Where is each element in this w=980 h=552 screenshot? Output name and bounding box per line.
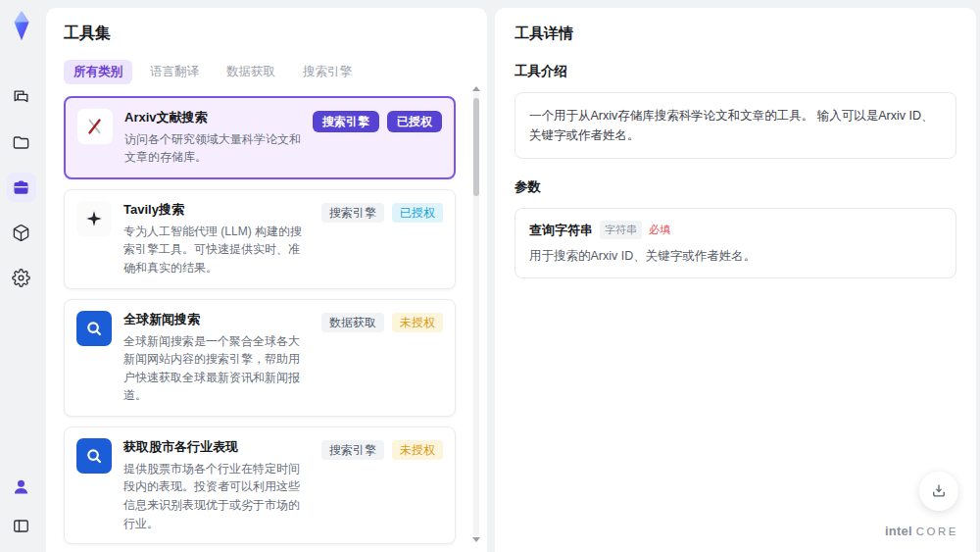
folder-icon[interactable] — [7, 127, 36, 157]
intro-heading: 工具介绍 — [514, 63, 956, 80]
auth-status-badge: 已授权 — [392, 203, 443, 223]
toolbox-icon[interactable] — [7, 173, 36, 202]
category-tabs: 所有类别 语言翻译 数据获取 搜索引擎 — [64, 60, 469, 84]
scroll-down-arrow-icon[interactable] — [472, 537, 480, 542]
panel-toggle-icon[interactable] — [7, 511, 36, 540]
brand-word: intel — [885, 524, 912, 538]
tab-search-engine[interactable]: 搜索引擎 — [293, 60, 362, 84]
param-type-chip: 字符串 — [600, 221, 642, 239]
arxiv-logo-icon — [77, 109, 113, 144]
auth-status-badge: 已授权 — [387, 111, 442, 132]
intel-core-logo: intel core — [885, 524, 958, 538]
tool-card-sector-performance[interactable]: 获取股市各行业表现 提供股票市场各个行业在特定时间段内的表现。投资者可以利用这些… — [64, 427, 456, 544]
tab-language-translation[interactable]: 语言翻译 — [140, 60, 209, 84]
tool-list: Arxiv文献搜索 访问各个研究领域大量科学论文和文章的存储库。 搜索引擎 已授… — [64, 96, 469, 552]
tool-card-global-news[interactable]: 全球新闻搜索 全球新闻搜索是一个聚合全球各大新闻网站内容的搜索引擎，帮助用户快速… — [64, 299, 456, 417]
tool-description: 全球新闻搜索是一个聚合全球各大新闻网站内容的搜索引擎，帮助用户快速获取全球最新资… — [123, 332, 310, 405]
tool-description: 提供股票市场各个行业在特定时间段内的表现。投资者可以利用这些信息来识别表现优于或… — [123, 460, 310, 532]
auth-status-badge: 未授权 — [392, 440, 443, 460]
category-badge: 搜索引擎 — [313, 111, 379, 132]
app-logo-icon[interactable] — [7, 10, 36, 41]
params-heading: 参数 — [514, 178, 956, 196]
user-avatar-icon[interactable] — [7, 472, 36, 501]
tool-name: 获取股市各行业表现 — [123, 438, 310, 457]
tool-name: Arxiv文献搜索 — [124, 109, 301, 127]
param-description: 用于搜索的Arxiv ID、关键字或作者姓名。 — [529, 247, 942, 266]
detail-panel-title: 工具详情 — [514, 25, 956, 43]
tool-card-arxiv[interactable]: Arxiv文献搜索 访问各个研究领域大量科学论文和文章的存储库。 搜索引擎 已授… — [64, 96, 456, 179]
tool-intro-text: 一个用于从Arxiv存储库搜索科学论文和文章的工具。 输入可以是Arxiv ID… — [514, 92, 956, 159]
parameter-card: 查询字符串 字符串 必填 用于搜索的Arxiv ID、关键字或作者姓名。 — [514, 208, 956, 278]
page-title: 工具集 — [64, 24, 469, 44]
category-badge: 搜索引擎 — [321, 440, 384, 460]
scrollbar-thumb[interactable] — [473, 98, 479, 196]
list-scrollbar[interactable] — [473, 92, 479, 536]
tool-card-tavily[interactable]: Tavily搜索 专为人工智能代理 (LLM) 构建的搜索引擎工具。可快速提供实… — [64, 189, 456, 289]
brand-sub: core — [916, 526, 958, 537]
tool-name: Tavily搜索 — [123, 201, 310, 220]
category-badge: 搜索引擎 — [321, 203, 384, 223]
tab-data-fetch[interactable]: 数据获取 — [217, 60, 285, 84]
scroll-up-arrow-icon[interactable] — [472, 86, 480, 91]
param-name: 查询字符串 — [529, 222, 593, 239]
tool-description: 专为人工智能代理 (LLM) 构建的搜索引擎工具。可快速提供实时、准确和真实的结… — [123, 223, 310, 277]
tool-name: 全球新闻搜索 — [123, 311, 310, 329]
settings-gear-icon[interactable] — [7, 263, 36, 292]
param-required-flag: 必填 — [649, 223, 670, 237]
app-rail — [0, 0, 42, 552]
tab-all-categories[interactable]: 所有类别 — [64, 60, 132, 84]
news-search-logo-icon — [76, 311, 112, 346]
tool-description: 访问各个研究领域大量科学论文和文章的存储库。 — [124, 130, 301, 167]
category-badge: 数据获取 — [321, 313, 384, 332]
download-button[interactable] — [919, 472, 958, 511]
tavily-star-logo-icon — [76, 201, 112, 236]
cube-icon[interactable] — [7, 218, 36, 247]
news-search-logo-icon — [76, 438, 112, 474]
download-icon — [930, 482, 948, 500]
tool-detail-panel: 工具详情 工具介绍 一个用于从Arxiv存储库搜索科学论文和文章的工具。 输入可… — [495, 8, 976, 552]
auth-status-badge: 未授权 — [392, 313, 443, 332]
chat-icon[interactable] — [7, 82, 36, 112]
tool-list-panel: 工具集 所有类别 语言翻译 数据获取 搜索引擎 Arxiv文献搜索 访问各个研究… — [46, 8, 487, 552]
